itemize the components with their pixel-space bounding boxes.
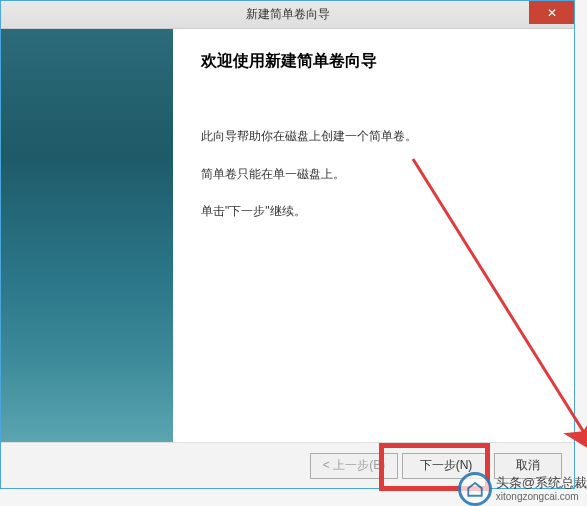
watermark: 头条@系统总裁 xitongzongcai.com (458, 472, 587, 506)
watermark-url: xitongzongcai.com (496, 491, 587, 503)
watermark-text: 头条@系统总裁 xitongzongcai.com (496, 475, 587, 503)
wizard-text-2: 简单卷只能在单一磁盘上。 (201, 158, 544, 192)
wizard-window: 新建简单卷向导 ✕ 欢迎使用新建简单卷向导 此向导帮助你在磁盘上创建一个简单卷。… (0, 0, 575, 489)
side-panel-graphic (1, 29, 173, 442)
content-area: 欢迎使用新建简单卷向导 此向导帮助你在磁盘上创建一个简单卷。 简单卷只能在单一磁… (1, 29, 574, 442)
wizard-body: 此向导帮助你在磁盘上创建一个简单卷。 简单卷只能在单一磁盘上。 单击"下一步"继… (201, 120, 544, 229)
back-button: < 上一步(B) (310, 453, 398, 479)
wizard-heading: 欢迎使用新建简单卷向导 (201, 51, 544, 72)
titlebar: 新建简单卷向导 ✕ (1, 1, 574, 29)
watermark-brand: 头条@系统总裁 (496, 475, 587, 491)
close-button[interactable]: ✕ (529, 1, 574, 24)
wizard-text-3: 单击"下一步"继续。 (201, 195, 544, 229)
watermark-logo-icon (458, 472, 492, 506)
close-icon: ✕ (547, 6, 557, 20)
window-title: 新建简单卷向导 (246, 6, 330, 23)
wizard-text-1: 此向导帮助你在磁盘上创建一个简单卷。 (201, 120, 544, 154)
main-panel: 欢迎使用新建简单卷向导 此向导帮助你在磁盘上创建一个简单卷。 简单卷只能在单一磁… (173, 29, 574, 442)
